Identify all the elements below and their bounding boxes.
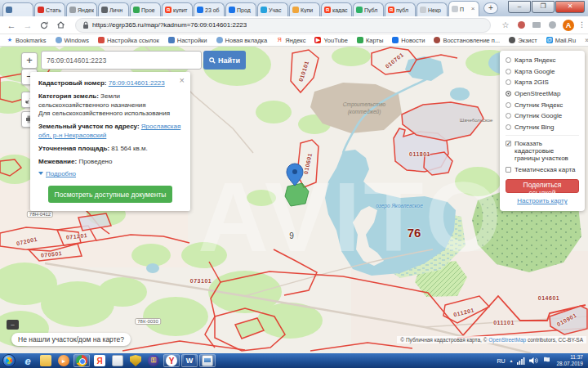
bookmark-item[interactable]: Настройка ссылок <box>98 37 159 44</box>
home-icon[interactable] <box>54 19 67 32</box>
zoom-in-button[interactable]: + <box>21 52 38 69</box>
windows-logo-icon <box>4 356 13 365</box>
tray-expand-icon[interactable]: ▲ <box>510 358 514 363</box>
area-label: Уточненная площадь: <box>38 145 109 152</box>
back-icon[interactable]: ← <box>5 19 18 32</box>
browser-tab[interactable]: Купи <box>289 2 320 16</box>
radio-icon[interactable] <box>506 79 511 85</box>
checkbox-icon[interactable]: ✓ <box>506 141 511 146</box>
selected-parcel[interactable] <box>285 183 309 206</box>
layer-checkbox[interactable]: ✓Показать кадастровые границы участков <box>506 140 579 163</box>
browser-tab[interactable]: Прод <box>225 2 256 16</box>
layer-checkbox[interactable]: Тематическая карта <box>506 166 579 173</box>
bookmark-item[interactable]: @Mail.Ru <box>546 37 576 44</box>
browser-tab[interactable]: Яндекс <box>66 2 97 16</box>
basemap-option[interactable]: Спутник Google <box>506 112 579 119</box>
lock-taskbar-icon[interactable]: ⚿ <box>145 354 162 367</box>
bookmark-item[interactable]: Новая вкладка <box>216 37 268 44</box>
chrome-taskbar-icon[interactable] <box>74 354 90 367</box>
extension-icon[interactable] <box>515 20 527 31</box>
basemap-option[interactable]: OpenStreetMap <box>506 90 579 97</box>
explorer-taskbar-icon[interactable] <box>38 354 54 367</box>
basemap-option[interactable]: Карта Яндекс <box>506 56 579 64</box>
bookmark-item[interactable]: ▶YouTube <box>314 37 347 44</box>
media-taskbar-icon[interactable]: ▸ <box>56 354 72 367</box>
address-bar[interactable]: https://egrp365.ru/map/?kadnum=76:09:014… <box>75 18 491 33</box>
taskbar-clock[interactable]: 11:37 28.07.2019 <box>556 354 583 367</box>
browser-tab[interactable]: Якупит <box>162 2 193 16</box>
bookmark-item[interactable]: Восстановление п... <box>434 37 500 44</box>
shield-taskbar-icon[interactable] <box>127 354 144 367</box>
bookmark-star-icon[interactable]: ☆ <box>500 20 511 31</box>
radio-icon[interactable] <box>506 69 511 74</box>
tab-favicon-icon <box>133 7 140 13</box>
reload-icon[interactable] <box>38 19 51 32</box>
language-indicator[interactable]: RU <box>497 358 505 364</box>
not-found-tooltip[interactable]: Не нашли участок/дом на карте? <box>11 333 131 346</box>
extension-icon[interactable] <box>546 20 558 31</box>
bookmark-item[interactable]: ЯЯндекс <box>276 37 305 44</box>
map-layers-panel: Карта ЯндексКарта GoogleКарта 2GISOpenSt… <box>500 51 585 211</box>
ie-taskbar-icon[interactable]: e <box>20 354 36 367</box>
cad-number-link[interactable]: 76:09:014601:2223 <box>109 79 165 87</box>
tab-close-icon[interactable]: × <box>470 6 476 12</box>
bookmarks-overflow-icon[interactable]: » <box>585 36 588 44</box>
checkbox-icon[interactable] <box>506 167 511 173</box>
radio-icon[interactable] <box>506 57 511 63</box>
bookmark-item[interactable]: ★Bookmarks <box>7 37 47 44</box>
profile-avatar[interactable]: A <box>563 20 574 31</box>
radio-icon[interactable] <box>506 91 511 96</box>
view-documents-button[interactable]: Посмотреть доступные документы <box>48 186 172 203</box>
window-maximize-button[interactable]: ❐ <box>532 1 555 13</box>
basemap-option[interactable]: Карта 2GIS <box>506 79 579 86</box>
browser-tab[interactable]: Япубл <box>385 2 416 16</box>
bookmark-item[interactable]: Новости <box>392 37 425 44</box>
basemap-option[interactable]: Спутник Bing <box>506 123 579 131</box>
bookmark-item[interactable]: Экзист <box>509 37 537 44</box>
browser-tab[interactable]: Прое <box>130 2 161 16</box>
radio-icon[interactable] <box>506 102 511 108</box>
search-input[interactable] <box>41 51 202 70</box>
basemap-option[interactable]: Спутник Яндекс <box>506 101 579 109</box>
browser-tab[interactable] <box>2 2 33 16</box>
basemap-option[interactable]: Карта Google <box>506 68 579 75</box>
network-icon[interactable] <box>517 357 525 365</box>
window-minimize-button[interactable]: – <box>508 1 531 13</box>
configure-map-link[interactable]: Настроить карту <box>506 197 579 204</box>
area-value: 81 564 кв.м. <box>111 145 147 152</box>
forward-icon[interactable]: → <box>21 19 34 32</box>
close-icon[interactable]: × <box>180 76 185 84</box>
browser-tab[interactable]: Учас <box>257 2 288 16</box>
new-tab-button[interactable]: + <box>483 2 498 14</box>
share-link-button[interactable]: Поделиться ссылкой <box>506 179 579 193</box>
browser-tab[interactable]: Якадас <box>321 2 352 16</box>
browser-tab[interactable]: Некр <box>416 2 448 16</box>
menu-kebab-icon[interactable]: ⋮ <box>578 23 583 27</box>
browser-tab[interactable]: Публ <box>353 2 384 16</box>
photos-taskbar-icon[interactable] <box>199 354 216 367</box>
browser-tab[interactable]: Личн <box>98 2 129 16</box>
browser-tab[interactable]: 23 об <box>194 2 225 16</box>
window-close-button[interactable]: ✕ <box>555 1 585 13</box>
map-collapse-button[interactable]: – <box>7 320 19 330</box>
notepad-taskbar-icon[interactable] <box>109 354 126 367</box>
word-taskbar-icon[interactable]: W <box>181 354 198 367</box>
browser-tab[interactable]: П× <box>448 1 479 16</box>
map-canvas[interactable]: AVITO <box>0 47 588 353</box>
bookmark-item[interactable]: Настройки <box>168 37 207 44</box>
start-button[interactable] <box>2 354 16 367</box>
details-toggle[interactable]: Подробно <box>38 170 182 179</box>
extension-icon[interactable] <box>531 20 542 31</box>
radio-icon[interactable] <box>506 113 511 119</box>
yandex-taskbar-icon[interactable]: Я <box>91 354 108 367</box>
volume-icon[interactable] <box>529 357 538 365</box>
bookmark-item[interactable]: Карты <box>357 37 383 44</box>
osm-link[interactable]: OpenStreetMap <box>488 337 526 343</box>
ybrowser-taskbar-icon[interactable]: Y <box>163 354 180 367</box>
search-button[interactable]: Найти <box>203 51 246 70</box>
browser-tab[interactable]: Стать <box>34 2 65 16</box>
radio-icon[interactable] <box>506 124 511 130</box>
bookmark-item[interactable]: Windows <box>56 37 89 44</box>
action-center-flag-icon[interactable] <box>542 357 550 365</box>
tab-favicon-icon <box>69 7 76 13</box>
